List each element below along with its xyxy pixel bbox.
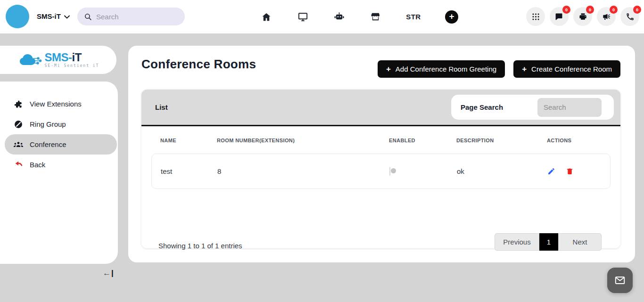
sidebar-item-label: Ring Group <box>30 120 66 128</box>
storefront-icon[interactable] <box>370 11 382 23</box>
sidebar-item-label: Conference <box>30 140 66 148</box>
fax-badge: 0 <box>586 6 594 14</box>
collapse-arrow-icon: ← <box>103 269 111 278</box>
current-page-button[interactable]: 1 <box>539 233 558 251</box>
search-input[interactable] <box>96 13 167 21</box>
back-arrow-icon <box>13 160 24 169</box>
topbar-nav-icons: STR + <box>260 0 458 33</box>
column-header-enabled: ENABLED <box>389 138 456 143</box>
chat-launcher[interactable] <box>607 268 633 293</box>
main-content-card: Conference Rooms + Add Conference Room G… <box>128 46 635 262</box>
list-title: List <box>155 103 168 111</box>
pagination: Previous 1 Next <box>495 233 602 251</box>
cell-actions <box>547 167 610 175</box>
workspace-switcher[interactable]: SMS-iT <box>37 12 70 20</box>
cell-room-number: 8 <box>217 167 389 175</box>
add-button[interactable]: + <box>445 10 458 24</box>
table-header-row: NAME ROOM NUMBER(EXTENSION) ENABLED DESC… <box>141 126 620 143</box>
chevron-down-icon <box>64 15 70 19</box>
sidebar-logo-title: SMS-iT <box>45 52 99 63</box>
list-card-header: List Page Search <box>141 90 620 126</box>
sidebar-logo-subtitle: SE-Mi Sentient iT <box>45 64 99 68</box>
monitor-icon[interactable] <box>297 11 309 23</box>
people-group-icon <box>13 140 24 149</box>
table-row: test 8 ok <box>151 154 611 189</box>
sidebar-logo-card[interactable]: SMS-iT SE-Mi Sentient iT <box>0 46 116 74</box>
sidebar-item-ring-group[interactable]: Ring Group <box>0 114 118 134</box>
enabled-toggle[interactable] <box>389 167 390 176</box>
column-header-room-number: ROOM NUMBER(EXTENSION) <box>217 138 389 143</box>
campaign-badge: 0 <box>610 6 618 14</box>
puzzle-icon <box>13 99 24 109</box>
header-actions: + Add Conference Room Greeting + Create … <box>378 60 620 78</box>
top-navbar: SMS-iT STR + 0 0 <box>0 0 644 33</box>
smsit-cloud-logo-icon <box>17 52 42 68</box>
search-icon <box>84 13 92 21</box>
robot-icon[interactable] <box>333 11 346 23</box>
slashed-circle-icon <box>13 120 24 129</box>
messages-icon[interactable]: 0 <box>550 7 569 26</box>
sidebar-collapse-button[interactable]: ←| <box>103 269 114 278</box>
plus-icon: + <box>386 65 391 74</box>
messages-badge: 0 <box>562 6 570 14</box>
cell-name: test <box>161 167 217 175</box>
sidebar-item-label: Back <box>30 161 45 169</box>
topbar-utility-icons: 0 0 0 0 <box>526 7 639 26</box>
apps-grid-icon[interactable] <box>526 7 545 26</box>
home-icon[interactable] <box>260 11 272 23</box>
column-header-description: DESCRIPTION <box>456 138 547 143</box>
next-page-button[interactable]: Next <box>558 233 602 251</box>
fax-icon[interactable]: 0 <box>573 7 592 26</box>
page-search-panel: Page Search <box>451 95 614 120</box>
column-header-name: NAME <box>160 138 217 143</box>
avatar[interactable] <box>6 5 29 28</box>
cell-description: ok <box>457 167 547 175</box>
conference-list-card: List Page Search NAME ROOM NUMBER(EXTENS… <box>141 90 620 248</box>
global-search <box>77 8 185 25</box>
sidebar-item-label: View Extensions <box>30 100 82 108</box>
sidebar-menu: View Extensions Ring Group Conference Ba… <box>0 82 118 264</box>
entries-summary: Showing 1 to 1 of 1 entries <box>158 242 242 250</box>
brand-label: SMS-iT <box>37 12 61 20</box>
page-search-input[interactable] <box>537 98 602 117</box>
add-greeting-button[interactable]: + Add Conference Room Greeting <box>378 60 505 78</box>
page-title: Conference Rooms <box>141 57 256 72</box>
create-room-button[interactable]: + Create Conference Room <box>513 60 620 78</box>
campaign-icon[interactable]: 0 <box>597 7 616 26</box>
str-shortcut[interactable]: STR <box>406 13 421 21</box>
previous-page-button[interactable]: Previous <box>495 233 539 251</box>
column-header-actions: ACTIONS <box>547 138 620 143</box>
phone-badge: 0 <box>633 6 641 14</box>
edit-icon[interactable] <box>547 167 555 175</box>
page-search-label: Page Search <box>461 103 503 111</box>
plus-icon: + <box>522 65 527 74</box>
sidebar-item-view-extensions[interactable]: View Extensions <box>0 94 118 114</box>
phone-icon[interactable]: 0 <box>620 7 639 26</box>
sidebar-item-conference[interactable]: Conference <box>5 134 117 155</box>
envelope-icon <box>614 274 626 286</box>
sidebar-item-back[interactable]: Back <box>0 155 118 175</box>
delete-icon[interactable] <box>566 167 574 175</box>
